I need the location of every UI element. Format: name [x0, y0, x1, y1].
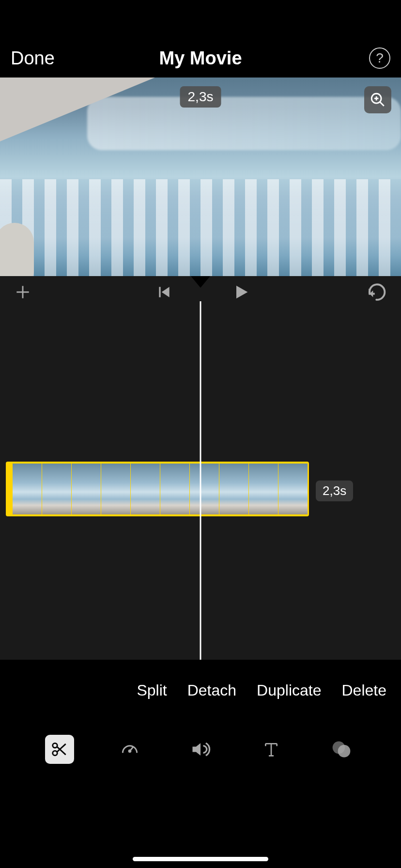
svg-point-23	[338, 745, 351, 758]
edit-toolbar	[0, 723, 401, 776]
timeline-area[interactable]: 2,3s	[0, 310, 401, 660]
preview-engine	[0, 223, 34, 276]
help-icon: ?	[376, 50, 384, 66]
svg-line-3	[380, 102, 384, 106]
playhead-marker-icon	[191, 276, 210, 288]
svg-marker-8	[236, 286, 247, 299]
svg-rect-6	[159, 287, 160, 297]
video-clip[interactable]	[6, 462, 309, 516]
volume-tool[interactable]	[186, 735, 215, 764]
playhead-line[interactable]	[200, 301, 201, 660]
speedometer-icon	[119, 739, 140, 760]
clip-thumbnail	[42, 464, 71, 514]
speed-tool[interactable]	[115, 735, 144, 764]
undo-icon	[367, 282, 387, 302]
zoom-button[interactable]	[364, 86, 391, 113]
detach-button[interactable]: Detach	[187, 682, 236, 699]
clip-duration-label: 2,3s	[316, 480, 353, 501]
clip-thumbnail	[219, 464, 248, 514]
clip-thumbnail	[72, 464, 101, 514]
zoom-in-icon	[370, 92, 386, 108]
svg-marker-16	[192, 743, 200, 756]
delete-button[interactable]: Delete	[342, 682, 387, 699]
project-title: My Movie	[159, 48, 242, 69]
svg-marker-7	[162, 287, 170, 297]
clip-thumbnail	[101, 464, 130, 514]
titles-tool[interactable]	[257, 735, 286, 764]
filters-tool[interactable]	[327, 735, 356, 764]
preview-clouds-lower	[0, 179, 401, 276]
clip-thumbnail	[278, 464, 308, 514]
clip-thumbnail	[249, 464, 278, 514]
clip-thumbnail	[190, 464, 219, 514]
help-button[interactable]: ?	[369, 47, 390, 69]
scissors-icon	[50, 740, 69, 759]
trim-tool[interactable]	[45, 735, 74, 764]
goto-start-button[interactable]	[156, 284, 172, 302]
svg-point-15	[129, 750, 131, 752]
preview-wing	[0, 78, 155, 141]
duplicate-button[interactable]: Duplicate	[257, 682, 321, 699]
filters-icon	[331, 739, 352, 760]
clip-thumbnail	[160, 464, 189, 514]
time-badge: 2,3s	[180, 86, 221, 108]
undo-button[interactable]	[367, 282, 387, 304]
clip-thumbnail	[13, 464, 42, 514]
split-button[interactable]: Split	[137, 682, 167, 699]
done-button[interactable]: Done	[11, 48, 55, 69]
text-icon	[262, 740, 281, 759]
add-media-button[interactable]	[14, 283, 32, 303]
clip-actions: Split Detach Duplicate Delete	[137, 682, 386, 699]
clip-thumbnail	[131, 464, 160, 514]
plus-icon	[14, 283, 32, 301]
volume-icon	[190, 739, 211, 760]
play-icon	[231, 282, 251, 302]
home-indicator[interactable]	[133, 857, 268, 861]
play-button[interactable]	[231, 282, 251, 304]
video-preview[interactable]: 2,3s	[0, 78, 401, 276]
skip-start-icon	[156, 284, 172, 300]
